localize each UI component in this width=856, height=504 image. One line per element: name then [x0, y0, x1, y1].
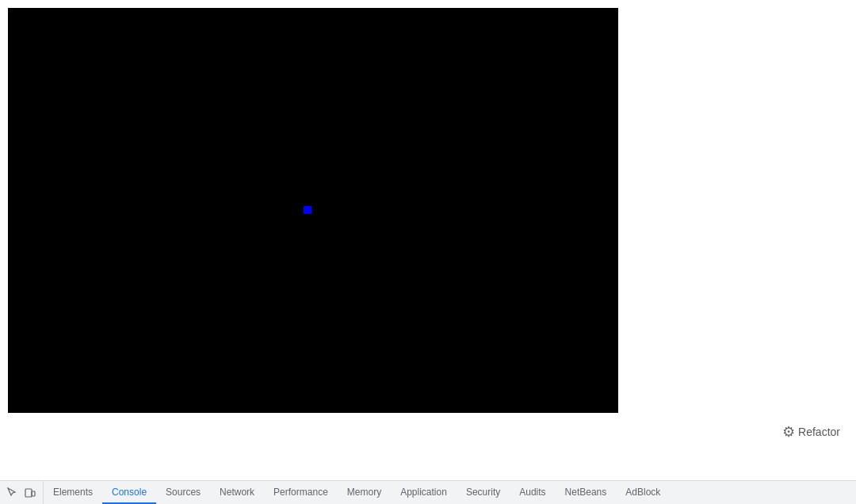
- blue-dot: [304, 206, 311, 214]
- tab-netbeans[interactable]: NetBeans: [556, 481, 617, 504]
- tab-network[interactable]: Network: [210, 481, 264, 504]
- device-icon[interactable]: [24, 487, 36, 499]
- devtools-toolbar: Elements Console Sources Network Perform…: [0, 480, 856, 504]
- right-panel: ⚙ Refactor: [618, 0, 856, 456]
- refactor-logo: ⚙ Refactor: [782, 423, 840, 441]
- tab-memory[interactable]: Memory: [338, 481, 391, 504]
- tab-performance[interactable]: Performance: [264, 481, 338, 504]
- toolbar-tabs: Elements Console Sources Network Perform…: [44, 481, 856, 504]
- inspect-icon[interactable]: [6, 487, 19, 499]
- main-content: ⚙ Refactor: [0, 0, 856, 456]
- canvas-area: [8, 8, 618, 413]
- tab-sources[interactable]: Sources: [156, 481, 210, 504]
- tab-security[interactable]: Security: [457, 481, 510, 504]
- tab-console[interactable]: Console: [102, 481, 156, 504]
- bottom-spacer: [0, 456, 856, 480]
- tab-adblock[interactable]: AdBlock: [616, 481, 670, 504]
- refactor-label: Refactor: [798, 426, 840, 438]
- toolbar-left-icons: [0, 481, 44, 504]
- tab-application[interactable]: Application: [391, 481, 457, 504]
- tab-audits[interactable]: Audits: [510, 481, 555, 504]
- refactor-icon: ⚙: [782, 423, 795, 441]
- svg-rect-0: [25, 489, 32, 497]
- tab-elements[interactable]: Elements: [44, 481, 102, 504]
- svg-rect-1: [32, 491, 35, 496]
